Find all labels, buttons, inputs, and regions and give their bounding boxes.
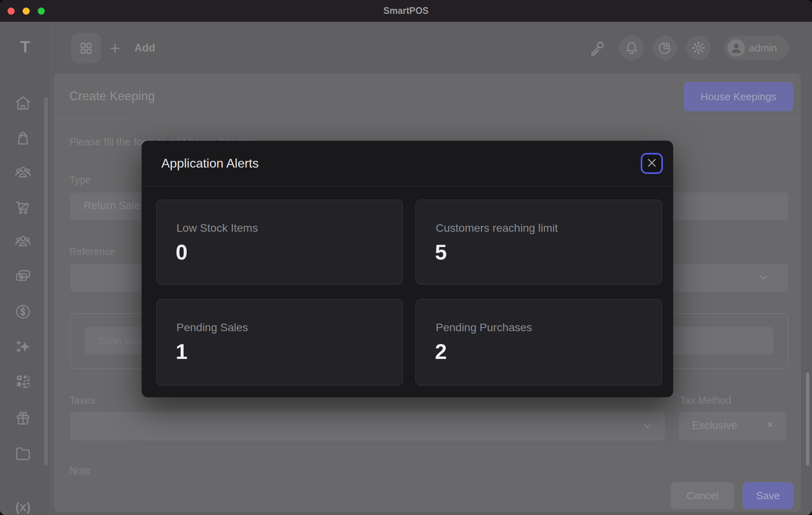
shopping-cart-icon (14, 198, 32, 216)
alert-card-label: Low Stock Items (176, 222, 258, 235)
alert-card-value: 1 (176, 339, 188, 364)
gift-icon (14, 408, 32, 427)
users-icon (14, 163, 32, 181)
main-scrollbar[interactable] (806, 372, 809, 465)
sidebar-item-shop[interactable] (14, 129, 32, 147)
folder-icon (14, 444, 32, 462)
alert-card-label: Pending Purchases (436, 321, 532, 334)
user-menu[interactable]: admin (724, 36, 789, 60)
cancel-button[interactable]: Cancel (671, 482, 734, 509)
notifications-button[interactable] (619, 36, 644, 60)
banknotes-icon (14, 267, 32, 285)
alert-card-label: Pending Sales (176, 321, 248, 334)
user-name: admin (749, 42, 777, 54)
dollar-circle-icon (14, 303, 32, 321)
alert-card-customers-limit: Customers reaching limit 5 (416, 200, 662, 284)
bell-icon (624, 40, 640, 56)
sidebar-item-sales[interactable] (14, 198, 32, 216)
sparkles-icon (14, 338, 32, 356)
sidebar-item-barcode[interactable] (14, 372, 32, 391)
alert-card-label: Customers reaching limit (436, 222, 558, 235)
avatar (728, 39, 745, 57)
apps-grid-button[interactable] (71, 33, 101, 63)
house-keepings-button[interactable]: House Keepings (684, 82, 793, 111)
chevron-down-icon (641, 420, 654, 434)
window-title: SmartPOS (0, 0, 812, 22)
alert-card-low-stock: Low Stock Items 0 (156, 200, 403, 284)
type-label: Type (69, 174, 91, 186)
alert-card-value: 0 (176, 240, 188, 264)
alert-card-value: 5 (435, 240, 447, 264)
footer-divider (54, 474, 801, 475)
sidebar-item-rewards[interactable] (14, 408, 32, 427)
modal-title: Application Alerts (161, 156, 259, 171)
qr-code-icon (14, 372, 32, 391)
shopping-bag-icon (14, 129, 32, 147)
application-alerts-modal: Application Alerts Low Stock Items 0 Cus… (142, 141, 673, 397)
sidebar-item-payments[interactable] (14, 267, 32, 285)
sidebar-item-finance[interactable] (14, 303, 32, 321)
sidebar: T (0, 22, 50, 515)
sidebar-scrollbar[interactable] (44, 97, 48, 465)
alert-card-pending-sales: Pending Sales 1 (156, 299, 403, 385)
close-icon (645, 156, 659, 171)
taxes-label: Taxes (69, 395, 95, 406)
taxes-select[interactable] (70, 412, 665, 441)
home-icon (14, 94, 32, 112)
app-logo: T (0, 38, 50, 56)
alert-card-pending-purchases: Pending Purchases 2 (416, 299, 662, 385)
header-divider (54, 119, 801, 119)
gear-icon (691, 40, 707, 56)
chevron-down-icon (757, 271, 770, 285)
key-icon (588, 39, 606, 57)
function-icon: (x) (14, 498, 32, 515)
passwords-button[interactable] (588, 39, 606, 57)
reference-label: Reference (69, 246, 115, 258)
settings-button[interactable] (686, 36, 711, 60)
tax-method-chip[interactable]: Exclusive × (679, 412, 786, 441)
users-icon (14, 232, 32, 250)
apps-grid-icon (78, 40, 94, 56)
reports-button[interactable] (653, 36, 677, 60)
sidebar-item-home[interactable] (14, 94, 32, 112)
save-button[interactable]: Save (743, 482, 793, 509)
page-title: Create Keeping (69, 89, 155, 103)
sidebar-item-formula[interactable]: (x) (14, 498, 32, 515)
sidebar-item-files[interactable] (14, 444, 32, 462)
modal-divider (142, 186, 673, 186)
sidebar-item-ai[interactable] (14, 338, 32, 356)
remove-icon[interactable]: × (767, 418, 773, 431)
tax-method-value: Exclusive (692, 420, 737, 432)
add-button-label[interactable]: Add (134, 42, 155, 54)
tax-method-label: Tax Method (680, 395, 731, 406)
sidebar-item-customers[interactable] (14, 163, 32, 181)
alert-card-value: 2 (435, 339, 447, 364)
app-window: SmartPOS T (0, 0, 812, 515)
type-select-value: Return Sale (84, 200, 140, 212)
plus-icon (108, 41, 122, 55)
pie-chart-icon (657, 40, 673, 56)
sidebar-item-suppliers[interactable] (14, 232, 32, 250)
add-button[interactable] (108, 41, 122, 55)
modal-close-button[interactable] (641, 153, 663, 174)
titlebar: SmartPOS (0, 0, 812, 22)
